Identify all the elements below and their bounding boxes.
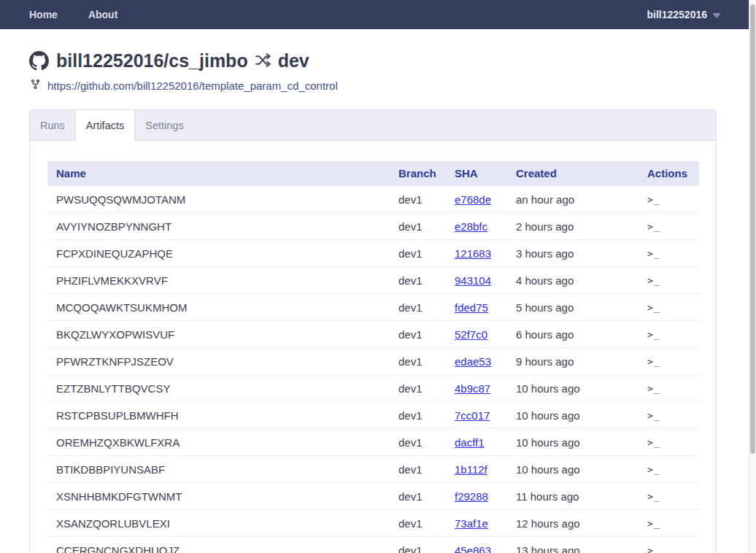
sha-cell: e768de <box>446 186 507 213</box>
created-cell: 10 hours ago <box>507 429 639 456</box>
column-header-sha: SHA <box>446 161 507 186</box>
terminal-icon[interactable]: >_ <box>647 410 660 421</box>
created-cell: 2 hours ago <box>507 213 639 240</box>
branch-cell: dev1 <box>390 348 446 375</box>
terminal-icon[interactable]: >_ <box>647 437 660 448</box>
sha-link[interactable]: fded75 <box>455 301 488 314</box>
sha-link[interactable]: 943104 <box>455 274 491 287</box>
actions-cell: >_ <box>639 429 699 456</box>
branch-cell: dev1 <box>390 429 446 456</box>
artifact-name: BKQZLWYXOPWISVUF <box>47 321 390 348</box>
table-row: RSTCPBSUPLBMWHFHdev17cc01710 hours ago>_ <box>47 402 699 429</box>
nav-link-about[interactable]: About <box>88 9 117 20</box>
branch-name: dev <box>278 49 309 72</box>
branch-cell: dev1 <box>390 375 446 402</box>
artifact-name: PHZIFLVMEKKXVRVF <box>47 267 390 294</box>
table-row: CCERGNCNGXDHUOJZdev145e86313 hours ago>_ <box>47 537 699 553</box>
sha-cell: 943104 <box>446 267 507 294</box>
column-header-branch: Branch <box>390 161 446 186</box>
terminal-icon[interactable]: >_ <box>647 518 660 529</box>
created-cell: 12 hours ago <box>507 510 639 537</box>
sha-link[interactable]: f29288 <box>455 490 488 503</box>
branch-cell: dev1 <box>390 240 446 267</box>
sha-link[interactable]: edae53 <box>455 355 491 368</box>
actions-cell: >_ <box>639 456 699 483</box>
artifact-name: XSNHHBMKDFGTWNMT <box>47 483 390 510</box>
artifact-name: AVYIYNOZBPYNNGHT <box>47 213 390 240</box>
tab-bar: RunsArtifactsSettings <box>30 110 716 141</box>
created-cell: 11 hours ago <box>507 483 639 510</box>
terminal-icon[interactable]: >_ <box>647 356 660 367</box>
repo-url-link[interactable]: https://github.com/bill12252016/template… <box>47 80 338 92</box>
artifact-name: OREMHZQXBKWLFXRA <box>47 429 390 456</box>
actions-cell: >_ <box>639 240 699 267</box>
sha-link[interactable]: 4b9c87 <box>455 382 490 395</box>
table-row: XSANZQORLUBVLEXIdev173af1e12 hours ago>_ <box>47 510 699 537</box>
sha-link[interactable]: 7cc017 <box>455 409 490 422</box>
terminal-icon[interactable]: >_ <box>647 221 660 232</box>
terminal-icon[interactable]: >_ <box>647 302 660 313</box>
branch-cell: dev1 <box>390 267 446 294</box>
actions-cell: >_ <box>639 213 699 240</box>
artifact-name: MCQOQAWKTSUKMHOM <box>47 294 390 321</box>
terminal-icon[interactable]: >_ <box>647 383 660 394</box>
tab-runs[interactable]: Runs <box>30 110 75 140</box>
terminal-icon[interactable]: >_ <box>647 275 660 286</box>
table-row: AVYIYNOZBPYNNGHTdev1e28bfc2 hours ago>_ <box>47 213 699 240</box>
terminal-icon[interactable]: >_ <box>647 491 660 502</box>
sha-link[interactable]: 45e863 <box>455 544 491 553</box>
tab-settings[interactable]: Settings <box>135 110 193 140</box>
sha-cell: 73af1e <box>446 510 507 537</box>
artifact-name: PWSUQQSQWMJOTANM <box>47 186 390 213</box>
github-icon <box>29 51 49 71</box>
actions-cell: >_ <box>639 348 699 375</box>
branch-cell: dev1 <box>390 402 446 429</box>
created-cell: 9 hours ago <box>507 348 639 375</box>
scrollbar-thumb[interactable] <box>750 4 755 454</box>
nav-link-home[interactable]: Home <box>29 9 58 20</box>
branch-cell: dev1 <box>390 510 446 537</box>
terminal-icon[interactable]: >_ <box>647 194 660 205</box>
window-scrollbar[interactable] <box>749 0 756 553</box>
actions-cell: >_ <box>639 321 699 348</box>
sha-link[interactable]: 1b112f <box>455 463 487 476</box>
sha-link[interactable]: 121683 <box>455 247 491 260</box>
table-row: XSNHHBMKDFGTWNMTdev1f2928811 hours ago>_ <box>47 483 699 510</box>
actions-cell: >_ <box>639 537 699 553</box>
terminal-icon[interactable]: >_ <box>647 545 660 553</box>
user-menu[interactable]: bill12252016 <box>647 9 721 20</box>
branch-cell: dev1 <box>390 321 446 348</box>
created-cell: 6 hours ago <box>507 321 639 348</box>
actions-cell: >_ <box>639 186 699 213</box>
actions-cell: >_ <box>639 510 699 537</box>
tab-artifacts[interactable]: Artifacts <box>75 110 135 141</box>
table-row: OREMHZQXBKWLFXRAdev1dacff110 hours ago>_ <box>47 429 699 456</box>
sha-link[interactable]: 73af1e <box>455 517 488 530</box>
sha-link[interactable]: e768de <box>455 193 491 206</box>
sha-cell: 52f7c0 <box>446 321 507 348</box>
table-row: PWSUQQSQWMJOTANMdev1e768dean hour ago>_ <box>47 186 699 213</box>
artifacts-card: RunsArtifactsSettings Name Branch SHA Cr… <box>29 109 717 553</box>
sha-link[interactable]: dacff1 <box>455 436 485 449</box>
sha-cell: 1b112f <box>446 456 507 483</box>
sha-cell: 4b9c87 <box>446 375 507 402</box>
table-row: EZTZBNLYTTBQVCSYdev14b9c8710 hours ago>_ <box>47 375 699 402</box>
sha-link[interactable]: e28bfc <box>455 220 487 233</box>
terminal-icon[interactable]: >_ <box>647 329 660 340</box>
artifact-name: BTIKDBBPIYUNSABF <box>47 456 390 483</box>
terminal-icon[interactable]: >_ <box>647 248 660 259</box>
column-header-actions: Actions <box>639 161 699 186</box>
artifacts-table: Name Branch SHA Created Actions PWSUQQSQ… <box>47 161 699 553</box>
created-cell: 10 hours ago <box>507 402 639 429</box>
created-cell: 3 hours ago <box>507 240 639 267</box>
sha-cell: edae53 <box>446 348 507 375</box>
actions-cell: >_ <box>639 267 699 294</box>
created-cell: 10 hours ago <box>507 456 639 483</box>
terminal-icon[interactable]: >_ <box>647 464 660 475</box>
sha-link[interactable]: 52f7c0 <box>455 328 487 341</box>
created-cell: an hour ago <box>507 186 639 213</box>
branch-cell: dev1 <box>390 456 446 483</box>
created-cell: 10 hours ago <box>507 375 639 402</box>
artifact-name: EZTZBNLYTTBQVCSY <box>47 375 390 402</box>
actions-cell: >_ <box>639 483 699 510</box>
